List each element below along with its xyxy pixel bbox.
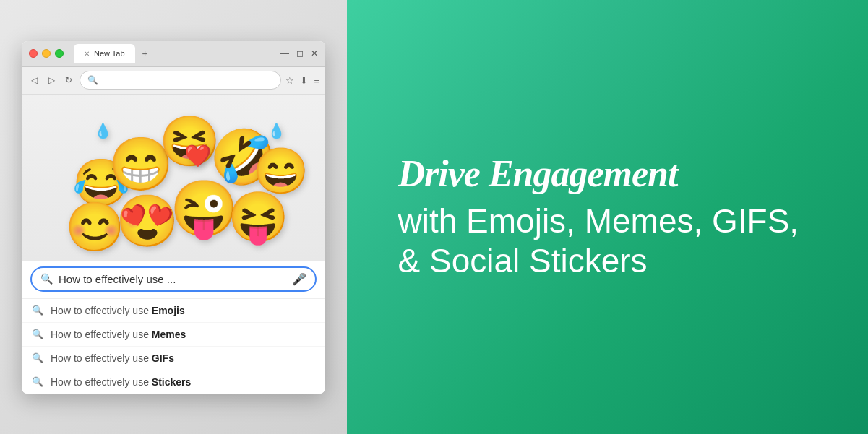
restore-icon[interactable]: ◻ xyxy=(296,48,304,58)
close-button[interactable] xyxy=(29,49,38,58)
autocomplete-text-2: How to effectively use Memes xyxy=(51,329,186,340)
active-tab[interactable]: ✕ New Tab xyxy=(74,44,135,63)
emoji-sparkle2: 💧 xyxy=(267,123,285,138)
tab-bar: ✕ New Tab + xyxy=(74,44,152,63)
menu-icon[interactable]: ≡ xyxy=(314,75,319,86)
search-icon-small-1: 🔍 xyxy=(32,305,43,316)
forward-button[interactable]: ▷ xyxy=(45,74,58,87)
headline: Drive Engagement xyxy=(398,153,817,194)
emoji-5: 😄 xyxy=(253,149,309,194)
close-icon[interactable]: ✕ xyxy=(311,48,318,58)
window-controls: — ◻ ✕ xyxy=(280,48,318,58)
autocomplete-text-4: How to effectively use Stickers xyxy=(51,376,191,388)
autocomplete-item-stickers[interactable]: 🔍 How to effectively use Stickers xyxy=(22,370,325,394)
new-tab-button[interactable]: + xyxy=(138,46,152,61)
address-bar[interactable]: 🔍 xyxy=(80,71,281,90)
microphone-icon[interactable]: 🎤 xyxy=(292,272,306,286)
emoji-9: 😝 xyxy=(228,192,289,241)
search-icon-small-2: 🔍 xyxy=(32,329,43,339)
right-panel: Drive Engagement with Emojis, Memes, GIF… xyxy=(347,0,868,434)
autocomplete-item-emojis[interactable]: 🔍 How to effectively use Emojis xyxy=(22,299,325,323)
nav-icons-right: ☆ ⬇ ≡ xyxy=(285,75,319,86)
minimize-icon[interactable]: — xyxy=(280,48,289,58)
search-icon: 🔍 xyxy=(87,75,98,85)
browser-content: 😂 😁 😆 🤣 😄 😊 😍 😜 😝 ❤️ 💧 💧 🔍 xyxy=(22,95,325,394)
search-icon-small-4: 🔍 xyxy=(32,376,43,387)
search-bar[interactable]: 🔍 How to effectively use ... 🎤 xyxy=(30,266,317,292)
refresh-button[interactable]: ↻ xyxy=(62,74,75,87)
browser-navbar: ◁ ▷ ↻ 🔍 ☆ ⬇ ≡ xyxy=(22,67,325,95)
emoji-pile: 😂 😁 😆 🤣 😄 😊 😍 😜 😝 ❤️ 💧 💧 xyxy=(58,102,289,253)
emoji-area: 😂 😁 😆 🤣 😄 😊 😍 😜 😝 ❤️ 💧 💧 xyxy=(22,95,325,261)
minimize-button[interactable] xyxy=(42,49,51,58)
search-container: 🔍 How to effectively use ... 🎤 xyxy=(22,261,325,298)
autocomplete-item-gifs[interactable]: 🔍 How to effectively use GIFs xyxy=(22,347,325,370)
autocomplete-text-3: How to effectively use GIFs xyxy=(51,352,174,364)
emoji-7: 😍 xyxy=(116,196,179,246)
autocomplete-text-1: How to effectively use Emojis xyxy=(51,305,185,316)
emoji-sparkle1: 💧 xyxy=(94,123,112,138)
right-content: Drive Engagement with Emojis, Memes, GIF… xyxy=(398,153,817,282)
autocomplete-item-memes[interactable]: 🔍 How to effectively use Memes xyxy=(22,323,325,347)
back-button[interactable]: ◁ xyxy=(27,74,40,87)
bookmark-icon[interactable]: ☆ xyxy=(285,75,294,86)
subheadline: with Emojis, Memes, GIFS, & Social Stick… xyxy=(398,201,817,281)
tab-close-icon[interactable]: ✕ xyxy=(84,50,90,58)
maximize-button[interactable] xyxy=(55,49,64,58)
search-query-text: How to effectively use ... xyxy=(59,273,286,285)
browser-titlebar: ✕ New Tab + — ◻ ✕ xyxy=(22,41,325,67)
emoji-heart: ❤️ xyxy=(184,145,211,167)
search-icon-small-3: 🔍 xyxy=(32,352,43,363)
left-panel: ✕ New Tab + — ◻ ✕ ◁ ▷ ↻ 🔍 ☆ ⬇ ≡ xyxy=(0,0,347,434)
browser-window: ✕ New Tab + — ◻ ✕ ◁ ▷ ↻ 🔍 ☆ ⬇ ≡ xyxy=(22,41,325,394)
download-icon[interactable]: ⬇ xyxy=(300,75,308,86)
autocomplete-dropdown: 🔍 How to effectively use Emojis 🔍 How to… xyxy=(22,298,325,394)
google-search-icon: 🔍 xyxy=(40,273,53,285)
tab-label: New Tab xyxy=(94,49,125,58)
